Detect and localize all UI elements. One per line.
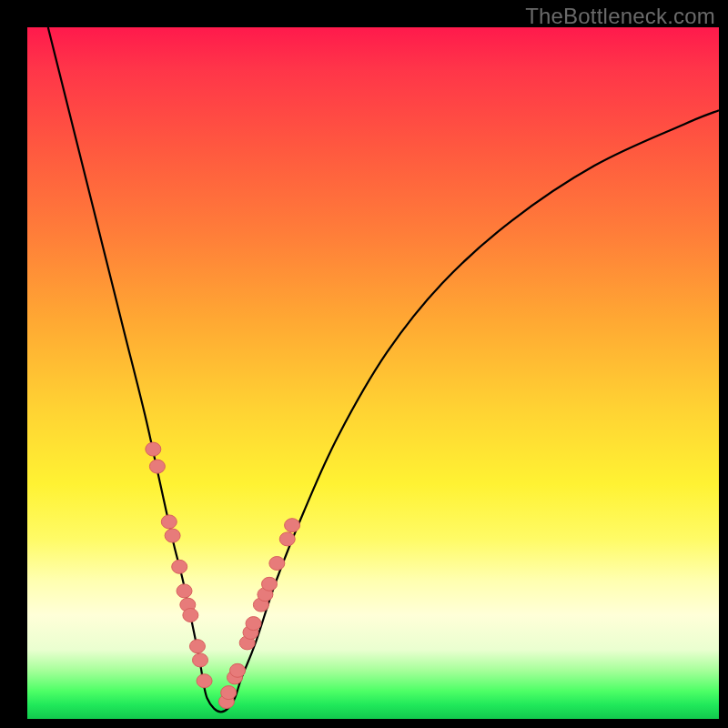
chart-svg — [27, 27, 719, 719]
curve-marker — [262, 577, 278, 591]
curve-marker — [279, 532, 295, 546]
curve-marker — [165, 529, 180, 542]
curve-marker — [230, 663, 246, 677]
chart-frame: TheBottleneck.com — [0, 0, 728, 728]
curve-marker — [161, 515, 177, 529]
curve-marker — [246, 617, 261, 631]
curve-marker — [172, 560, 187, 573]
curve-marker — [193, 653, 208, 667]
bottleneck-curve — [48, 27, 719, 712]
curve-marker — [146, 442, 161, 456]
watermark-text: TheBottleneck.com — [525, 4, 715, 29]
curve-marker — [197, 674, 212, 688]
curve-marker — [183, 609, 198, 622]
curve-markers-right — [218, 519, 299, 709]
curve-marker — [285, 519, 300, 532]
curve-markers-left — [146, 442, 212, 688]
curve-marker — [149, 460, 165, 473]
curve-marker — [269, 557, 285, 571]
plot-area — [27, 27, 719, 719]
curve-marker — [221, 686, 237, 700]
curve-marker — [177, 584, 192, 598]
curve-marker — [189, 640, 205, 653]
